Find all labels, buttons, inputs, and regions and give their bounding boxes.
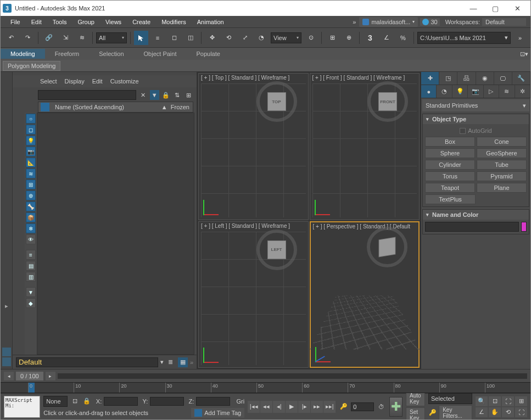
placement-button[interactable]: ◔ [254, 31, 269, 45]
shapes-subtab[interactable]: ◔ [437, 85, 452, 98]
filter-invert-icon[interactable]: ▥ [26, 272, 36, 282]
drag-handle-icon[interactable]: » [190, 359, 193, 366]
viewcube-persp[interactable] [372, 232, 402, 262]
viewcube-left[interactable]: LEFT [262, 235, 292, 265]
keyboard-shortcut-button[interactable]: ⊕ [342, 31, 356, 45]
ribbon-tab-selection[interactable]: Selection [89, 49, 133, 59]
zoom-extents-all-button[interactable]: ⊞ [515, 396, 527, 406]
sort-icon[interactable]: ⇅ [172, 90, 182, 100]
set-key-big-button[interactable]: ✚ [389, 397, 403, 417]
cone-button[interactable]: Cone [477, 137, 527, 147]
spacewarps-subtab[interactable]: ≋ [499, 85, 515, 98]
menu-file[interactable]: File [5, 18, 26, 26]
select-object-button[interactable] [134, 31, 148, 45]
goto-start-button[interactable]: |◂◂ [248, 401, 260, 413]
unlink-button[interactable]: ⇲ [58, 31, 72, 45]
ribbon-expand-icon[interactable]: ⊡▾ [519, 49, 528, 58]
add-time-tag-button[interactable]: Add Time Tag [191, 408, 244, 418]
timeline-next-button[interactable]: ▸ [46, 372, 55, 380]
key-target-dropdown[interactable]: Selected [428, 393, 472, 404]
ribbon-tab-freeform[interactable]: Freeform [45, 49, 90, 59]
z-input[interactable] [196, 397, 230, 406]
sphere-button[interactable]: Sphere [425, 148, 475, 158]
play-button[interactable]: ▶ [286, 401, 298, 413]
column-icon[interactable] [41, 103, 49, 111]
torus-button[interactable]: Torus [425, 171, 475, 181]
polygon-modeling-chip[interactable]: Polygon Modeling [3, 61, 60, 71]
rect-select-button[interactable]: ◻ [167, 31, 181, 45]
percent-snap-button[interactable]: % [396, 31, 410, 45]
maxscript-listener[interactable]: MAXScript Mi: [4, 396, 40, 418]
viewport-left-label[interactable]: [ + ] [ Left ] [ Standard ] [ Wireframe … [201, 223, 290, 229]
name-color-header[interactable]: Name and Color [423, 210, 529, 220]
filter-frozen-icon[interactable]: ❄ [26, 223, 36, 233]
minimize-button[interactable]: — [462, 1, 484, 15]
pyramid-button[interactable]: Pyramid [477, 171, 527, 181]
menu-modifiers[interactable]: Modifiers [156, 18, 192, 26]
scale-button[interactable]: ⤢ [238, 31, 252, 45]
menu-edit[interactable]: Edit [26, 18, 47, 26]
systems-subtab[interactable]: ✲ [515, 85, 530, 98]
snap-toggle-button[interactable]: 3 [363, 31, 377, 45]
maximize-viewport-button[interactable]: ⛶ [515, 407, 527, 417]
time-slider-track[interactable] [58, 373, 527, 379]
motion-tab[interactable]: ◉ [476, 72, 494, 85]
y-input[interactable] [150, 397, 184, 406]
redo-button[interactable]: ↷ [20, 31, 35, 45]
filter-groups-icon[interactable]: ⊞ [26, 180, 36, 189]
pivot-button[interactable]: ⊙ [304, 31, 318, 45]
zoom-all-button[interactable]: ⊡ [489, 396, 501, 406]
viewport-left[interactable]: [ + ] [ Left ] [ Standard ] [ Wireframe … [198, 221, 309, 368]
hierarchy-tab[interactable]: 品 [457, 72, 476, 85]
ribbon-tab-objectpaint[interactable]: Object Paint [134, 49, 187, 59]
se-menu-customize[interactable]: Customize [110, 78, 139, 85]
user-account[interactable]: malavidasoft... ▾ [359, 17, 418, 27]
object-color-swatch[interactable] [521, 222, 527, 232]
viewport-layout-icon-1[interactable] [2, 348, 11, 356]
selection-filter-dropdown[interactable]: All▾ [96, 32, 127, 43]
select-by-name-button[interactable]: ≡ [150, 31, 165, 45]
utilities-tab[interactable]: 🔧 [512, 72, 530, 85]
project-path-field[interactable]: C:\Users\U...s Max 2021 ▾ [417, 32, 511, 44]
box-button[interactable]: Box [425, 137, 475, 147]
filter-all-icon[interactable]: ▤ [26, 261, 36, 271]
maximize-button[interactable]: ▢ [484, 1, 506, 15]
angle-snap-button[interactable]: ∠ [379, 31, 394, 45]
object-type-header[interactable]: Object Type [423, 114, 529, 124]
menu-animation[interactable]: Animation [192, 18, 230, 26]
geometry-subtab[interactable]: ● [421, 85, 437, 98]
menu-create[interactable]: Create [127, 18, 156, 26]
column-name[interactable]: Name (Sorted Ascending) [52, 104, 154, 110]
tube-button[interactable]: Tube [477, 160, 527, 170]
menu-tools[interactable]: Tools [47, 18, 72, 26]
menu-views[interactable]: Views [100, 18, 127, 26]
autogrid-checkbox[interactable]: AutoGrid [460, 127, 491, 134]
ribbon-tab-populate[interactable]: Populate [186, 49, 230, 59]
viewport-top-label[interactable]: [ + ] [ Top ] [ Standard ] [ Wireframe ] [201, 75, 289, 81]
fov-button[interactable]: ∠ [476, 407, 488, 417]
se-menu-select[interactable]: Select [40, 78, 57, 85]
workspace-dropdown[interactable]: Default [482, 18, 526, 26]
viewport-front[interactable]: [ + ] [ Front ] [ Standard ] [ Wireframe… [310, 73, 420, 220]
expand-icon[interactable]: ⊞ [184, 90, 193, 100]
timeline-ruler[interactable]: 0 10 20 30 40 50 60 70 80 90 100 [1, 382, 530, 393]
se-menu-display[interactable]: Display [65, 78, 85, 85]
create-tab[interactable]: ✚ [421, 72, 439, 85]
filter-bone-icon[interactable]: 🦴 [26, 201, 36, 211]
link-button[interactable]: 🔗 [42, 31, 56, 45]
manipulate-button[interactable]: ⊞ [325, 31, 339, 45]
move-button[interactable]: ✥ [205, 31, 219, 45]
orbit-button[interactable]: ⟲ [502, 407, 514, 417]
rotate-button[interactable]: ⟲ [221, 31, 236, 45]
zoom-button[interactable]: 🔍 [476, 396, 488, 406]
timeline-prev-button[interactable]: ◂ [4, 372, 14, 380]
next-frame-button[interactable]: ▸▸ [311, 401, 323, 413]
primitive-category-dropdown[interactable]: Standard Primitives▾ [422, 99, 529, 111]
zoom-extents-button[interactable]: ⛶ [502, 396, 514, 406]
current-frame-input[interactable]: 0 [351, 402, 374, 411]
filter-container-icon[interactable]: 📦 [26, 212, 36, 222]
key-filter-icon[interactable]: 🔑 [428, 408, 437, 418]
close-button[interactable]: ✕ [506, 1, 528, 15]
filter-cameras-icon[interactable]: 📷 [26, 147, 36, 156]
filter-shapes-icon[interactable]: ◻ [26, 125, 36, 135]
